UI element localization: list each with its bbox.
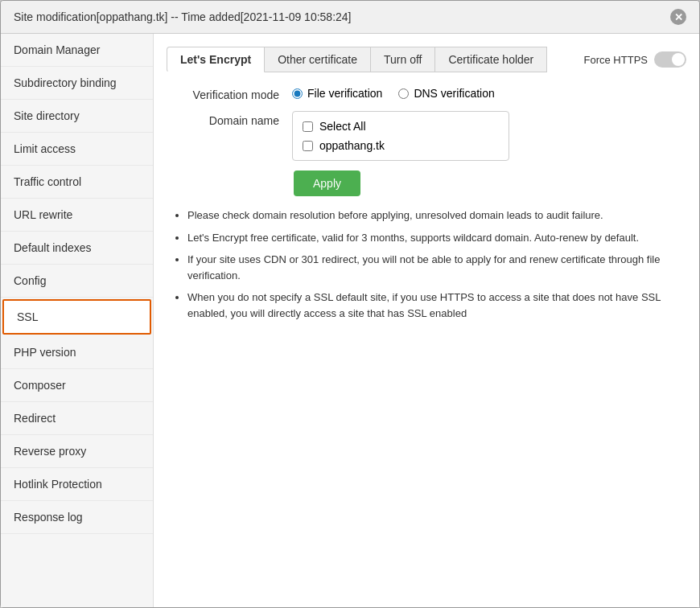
- verification-mode-options: File verification DNS verification: [292, 85, 495, 100]
- sidebar-item-ssl[interactable]: SSL: [2, 299, 151, 335]
- tab-turn-off[interactable]: Turn off: [370, 47, 435, 72]
- modal-header: Site modification[oppathang.tk] -- Time …: [1, 1, 699, 34]
- sidebar-item-php-version[interactable]: PHP version: [1, 336, 153, 369]
- force-https-container: Force HTTPS: [584, 51, 686, 68]
- tab-lets-encrypt[interactable]: Let's Encrypt: [167, 47, 265, 72]
- file-verification-radio[interactable]: [292, 88, 303, 99]
- force-https-toggle[interactable]: [654, 51, 686, 68]
- select-all-checkbox[interactable]: [303, 121, 313, 132]
- verification-mode-row: Verification mode File verification DNS …: [167, 85, 686, 101]
- sidebar-item-response-log[interactable]: Response log: [1, 501, 153, 534]
- domain-option[interactable]: oppathang.tk: [303, 139, 499, 152]
- info-item: When you do not specify a SSL default si…: [187, 290, 686, 321]
- sidebar-item-traffic-control[interactable]: Traffic control: [1, 166, 153, 199]
- sidebar-item-limit-access[interactable]: Limit access: [1, 133, 153, 166]
- info-list: Please check domain resolution before ap…: [175, 207, 686, 321]
- domain-checkbox[interactable]: [303, 141, 313, 151]
- sidebar-item-default-indexes[interactable]: Default indexes: [1, 232, 153, 265]
- modal: Site modification[oppathang.tk] -- Time …: [0, 0, 700, 608]
- sidebar-item-composer[interactable]: Composer: [1, 369, 153, 402]
- tab-other-certificate[interactable]: Other certificate: [264, 47, 371, 72]
- sidebar-item-config[interactable]: Config: [1, 265, 153, 298]
- dns-verification-label: DNS verification: [414, 87, 494, 100]
- file-verification-option[interactable]: File verification: [292, 87, 382, 100]
- dns-verification-option[interactable]: DNS verification: [398, 87, 494, 100]
- info-item: Please check domain resolution before ap…: [187, 207, 686, 224]
- sidebar-item-url-rewrite[interactable]: URL rewrite: [1, 199, 153, 232]
- tabs-row: Let's EncryptOther certificateTurn offCe…: [167, 47, 686, 72]
- domain-name-box: Select All oppathang.tk: [292, 111, 509, 161]
- modal-title: Site modification[oppathang.tk] -- Time …: [14, 10, 352, 23]
- sidebar-item-domain-manager[interactable]: Domain Manager: [1, 34, 153, 67]
- force-https-label: Force HTTPS: [584, 54, 648, 66]
- info-item: If your site uses CDN or 301 redirect, y…: [187, 252, 686, 283]
- domain-label: oppathang.tk: [319, 139, 385, 152]
- tab-certificate-holder[interactable]: Certificate holder: [434, 47, 547, 72]
- select-all-option[interactable]: Select All: [303, 120, 499, 133]
- dns-verification-radio[interactable]: [398, 88, 409, 99]
- sidebar-item-redirect[interactable]: Redirect: [1, 402, 153, 435]
- sidebar-item-site-directory[interactable]: Site directory: [1, 100, 153, 133]
- main-content: Let's EncryptOther certificateTurn offCe…: [154, 34, 699, 607]
- sidebar: Domain ManagerSubdirectory bindingSite d…: [1, 34, 154, 607]
- verification-mode-label: Verification mode: [167, 85, 279, 101]
- sidebar-item-reverse-proxy[interactable]: Reverse proxy: [1, 435, 153, 468]
- domain-name-row: Domain name Select All oppathang.tk: [167, 111, 686, 161]
- file-verification-label: File verification: [307, 87, 382, 100]
- select-all-label: Select All: [319, 120, 366, 133]
- domain-name-label: Domain name: [167, 111, 279, 127]
- sidebar-item-subdirectory-binding[interactable]: Subdirectory binding: [1, 67, 153, 100]
- sidebar-item-hotlink-protection[interactable]: Hotlink Protection: [1, 468, 153, 501]
- apply-button[interactable]: Apply: [294, 170, 360, 196]
- close-button[interactable]: ✕: [670, 9, 686, 25]
- info-item: Let's Encrypt free certificate, valid fo…: [187, 230, 686, 246]
- toggle-knob: [672, 53, 685, 66]
- modal-body: Domain ManagerSubdirectory bindingSite d…: [1, 34, 699, 607]
